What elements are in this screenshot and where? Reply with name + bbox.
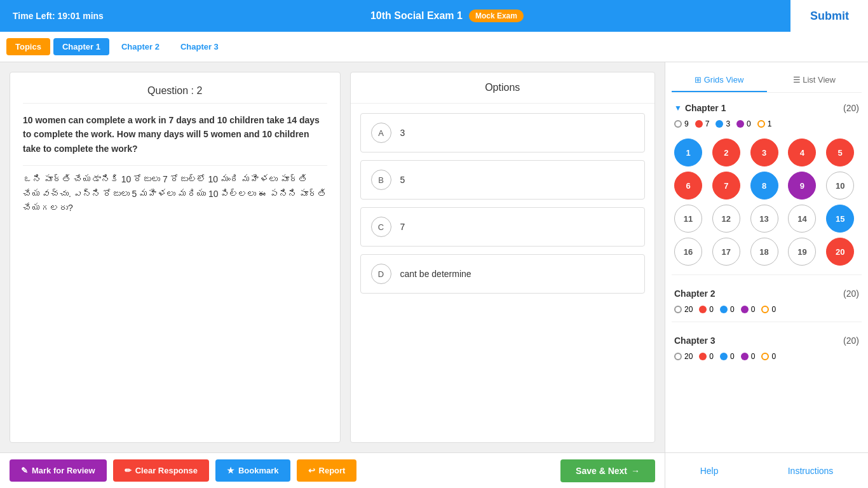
review-icon: ✎ <box>21 466 28 475</box>
correct-count: 3 <box>726 119 730 128</box>
question-grid-btn-4[interactable]: 4 <box>788 139 816 166</box>
question-grid-btn-6[interactable]: 6 <box>674 172 702 200</box>
options-box: Options A 3 B 5 C 7 D cant be determine <box>350 72 656 443</box>
bottom-bar: ✎ Mark for Review ✏ Clear Response ★ Boo… <box>0 452 868 488</box>
chapter1-stats: 9 7 3 0 1 <box>672 117 862 131</box>
question-grid-btn-3[interactable]: 3 <box>750 139 778 166</box>
question-grid-btn-17[interactable]: 17 <box>712 238 740 266</box>
option-a[interactable]: A 3 <box>360 113 646 152</box>
question-grid-btn-18[interactable]: 18 <box>750 238 778 266</box>
ch2-marked-icon <box>761 306 769 313</box>
question-grid-btn-9[interactable]: 9 <box>788 172 816 200</box>
correct-icon <box>715 120 723 128</box>
question-telugu: ఒని పూర్తి చేయడానికి 10 రోజులు 7 రోజుల్ల… <box>23 165 327 215</box>
ch3-unattempted-count: 20 <box>684 352 693 361</box>
wrong-count: 7 <box>705 119 710 128</box>
question-grid-btn-12[interactable]: 12 <box>712 205 740 233</box>
option-c-circle: C <box>371 217 391 237</box>
chevron-down-icon: ▼ <box>674 104 682 112</box>
skipped-icon <box>736 120 744 128</box>
option-b-circle: B <box>371 170 391 190</box>
ch2-skipped-count: 0 <box>751 305 756 314</box>
grid-icon: ⊞ <box>695 75 702 85</box>
clear-response-button[interactable]: ✏ Clear Response <box>113 459 209 482</box>
chapter2-section: Chapter 2 (20) 20 0 0 <box>672 285 862 322</box>
option-b-text: 5 <box>400 175 405 185</box>
question-grid-btn-15[interactable]: 15 <box>826 205 854 233</box>
option-d-circle: D <box>371 264 391 284</box>
question-grid-btn-5[interactable]: 5 <box>826 139 854 166</box>
stat-wrong: 7 <box>695 119 710 128</box>
stat-skipped: 0 <box>736 119 751 128</box>
chapter1-title: ▼ Chapter 1 <box>674 103 726 113</box>
footer-right: Help Instructions <box>665 452 868 488</box>
question-grid-btn-1[interactable]: 1 <box>674 139 702 166</box>
ch2-stat-correct: 0 <box>720 305 735 314</box>
chapter2-title: Chapter 2 <box>674 288 715 299</box>
question-grid-btn-19[interactable]: 19 <box>788 238 816 266</box>
ch3-skipped-icon <box>741 353 749 360</box>
mark-review-button[interactable]: ✎ Mark for Review <box>10 459 107 482</box>
exam-title: 10th Social Exam 1 <box>370 10 463 22</box>
ch3-stat-correct: 0 <box>720 352 735 361</box>
nav-bar: Topics Chapter 1 Chapter 2 Chapter 3 <box>0 32 868 62</box>
chapter1-header: ▼ Chapter 1 (20) <box>672 99 862 117</box>
footer-buttons: ✎ Mark for Review ✏ Clear Response ★ Boo… <box>10 459 356 482</box>
options-list: A 3 B 5 C 7 D cant be determine <box>351 104 655 442</box>
clear-icon: ✏ <box>125 466 132 475</box>
ch2-unattempted-count: 20 <box>684 305 693 314</box>
marked-count: 1 <box>768 119 772 128</box>
grids-view-button[interactable]: ⊞ Grids View <box>672 69 767 92</box>
chapter1-grid: 1234567891011121314151617181920 <box>672 136 862 268</box>
ch2-stat-unattempted: 20 <box>674 305 693 314</box>
topics-button[interactable]: Topics <box>6 38 50 55</box>
chapter3-stats: 20 0 0 0 0 <box>672 349 862 363</box>
ch3-stat-marked: 0 <box>761 352 776 361</box>
option-d[interactable]: D cant be determine <box>360 254 646 294</box>
chapter2-stats: 20 0 0 0 0 <box>672 302 862 316</box>
submit-button[interactable]: Submit <box>790 0 868 32</box>
question-grid-btn-16[interactable]: 16 <box>674 238 702 266</box>
marked-icon <box>757 120 765 128</box>
report-button[interactable]: ↩ Report <box>297 459 357 482</box>
question-grid-btn-14[interactable]: 14 <box>788 205 816 233</box>
question-grid-btn-8[interactable]: 8 <box>750 172 778 200</box>
ch3-skipped-count: 0 <box>751 352 756 361</box>
chapter3-count: (20) <box>843 336 859 346</box>
question-header: Question : 2 <box>23 85 327 104</box>
option-a-text: 3 <box>400 128 405 138</box>
view-toggle: ⊞ Grids View ☰ List View <box>672 69 862 93</box>
options-header: Options <box>351 72 655 104</box>
question-grid-btn-20[interactable]: 20 <box>826 238 854 266</box>
chapter1-tab[interactable]: Chapter 1 <box>53 38 109 55</box>
question-grid-btn-11[interactable]: 11 <box>674 205 702 233</box>
list-icon: ☰ <box>793 75 801 85</box>
header: Time Left: 19:01 mins 10th Social Exam 1… <box>0 0 868 32</box>
ch3-stat-skipped: 0 <box>741 352 756 361</box>
option-c[interactable]: C 7 <box>360 207 646 247</box>
option-b[interactable]: B 5 <box>360 160 646 200</box>
ch2-correct-icon <box>720 306 728 313</box>
bookmark-button[interactable]: ★ Bookmark <box>215 459 290 482</box>
ch3-marked-icon <box>761 353 769 360</box>
ch2-unattempted-icon <box>674 306 682 313</box>
chapter2-count: (20) <box>843 288 859 299</box>
stat-marked: 1 <box>757 119 772 128</box>
question-grid-btn-10[interactable]: 10 <box>826 172 854 200</box>
ch2-marked-count: 0 <box>771 305 776 314</box>
wrong-icon <box>695 120 703 128</box>
save-next-button[interactable]: Save & Next → <box>560 459 655 482</box>
chapter2-tab[interactable]: Chapter 2 <box>112 38 168 55</box>
option-c-text: 7 <box>400 222 405 232</box>
chapter3-tab[interactable]: Chapter 3 <box>172 38 227 55</box>
chapter2-header: Chapter 2 (20) <box>672 285 862 302</box>
question-grid-btn-13[interactable]: 13 <box>750 205 778 233</box>
list-view-button[interactable]: ☰ List View <box>767 69 862 92</box>
question-grid-btn-2[interactable]: 2 <box>712 139 740 166</box>
option-d-text: cant be determine <box>400 269 471 279</box>
question-grid-btn-7[interactable]: 7 <box>712 172 740 200</box>
ch2-wrong-count: 0 <box>709 305 714 314</box>
instructions-button[interactable]: Instructions <box>788 466 834 476</box>
help-button[interactable]: Help <box>700 466 719 476</box>
footer-left: ✎ Mark for Review ✏ Clear Response ★ Boo… <box>0 452 665 488</box>
